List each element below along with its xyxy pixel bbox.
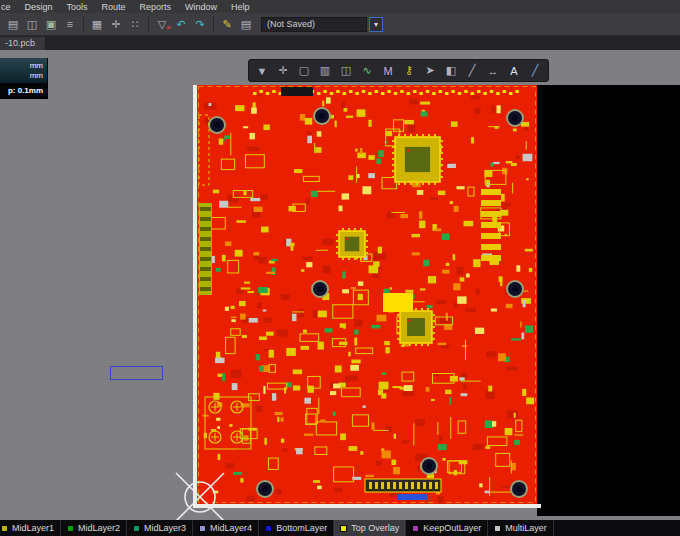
text-icon[interactable]: A <box>504 61 524 80</box>
layer-tab-label: KeepOutLayer <box>423 523 481 533</box>
layers-icon[interactable]: ▤ <box>4 15 22 33</box>
document-tab-bar: -10.pcb <box>0 36 680 50</box>
hud-coordinates: mm mm <box>0 58 47 83</box>
layer-color-swatch <box>494 525 501 532</box>
layer-color-swatch <box>199 525 206 532</box>
board-edge-bottom <box>193 504 541 508</box>
layer-tab-keepoutlayer[interactable]: KeepOutLayer <box>406 520 488 536</box>
grid-icon[interactable]: ▦ <box>88 15 106 33</box>
redo-icon[interactable]: ↷ <box>191 15 209 33</box>
clipboard-icon[interactable]: ◫ <box>336 61 356 80</box>
layer-tab-bottomlayer[interactable]: BottomLayer <box>259 520 334 536</box>
menu-item-reports[interactable]: Reports <box>133 0 179 13</box>
align-icon[interactable]: ✛ <box>107 15 125 33</box>
toolbar-separator <box>83 17 84 31</box>
status-bar: MidLayer1MidLayer2MidLayer3MidLayer4Bott… <box>0 520 680 536</box>
toolbar-icons: ▤◫▣≡▦✛∷▽×↶↷✎▤ <box>4 15 255 33</box>
measure-icon[interactable]: M <box>378 61 398 80</box>
layer-tab-label: MultiLayer <box>505 523 547 533</box>
hud-snap-grid: p: 0.1mm <box>0 83 47 98</box>
menu-item-design[interactable]: Design <box>18 0 60 13</box>
workspace-black-region <box>537 85 680 516</box>
layer-tab-label: Top Overlay <box>351 523 399 533</box>
draw-line-icon[interactable]: ╱ <box>525 61 545 80</box>
interactive-routing-icon[interactable]: ✎ <box>218 15 236 33</box>
cursor-icon[interactable]: ➤ <box>420 61 440 80</box>
layer-color-swatch <box>412 525 419 532</box>
menu-item-route[interactable]: Route <box>95 0 133 13</box>
menu-item-help[interactable]: Help <box>224 0 257 13</box>
menu-bar: ceDesignToolsRouteReportsWindowHelp <box>0 0 680 13</box>
layer-color-swatch <box>133 525 140 532</box>
crosshair-cursor <box>172 469 228 520</box>
tab-pcb-document[interactable]: -10.pcb <box>0 37 46 50</box>
board-regions-icon[interactable]: ▥ <box>315 61 335 80</box>
menu-item-ce[interactable]: ce <box>0 0 18 13</box>
menu-item-window[interactable]: Window <box>178 0 224 13</box>
hud-y-units: mm <box>4 71 43 81</box>
layer-tab-label: BottomLayer <box>276 523 327 533</box>
layer-tab-label: MidLayer1 <box>12 523 54 533</box>
line-icon[interactable]: ╱ <box>462 61 482 80</box>
main-toolbar: ▤◫▣≡▦✛∷▽×↶↷✎▤ (Not Saved) ▾ <box>0 13 680 36</box>
combo-dropdown-button[interactable]: ▾ <box>369 17 383 32</box>
hud-x-units: mm <box>4 61 43 71</box>
pcb-canvas[interactable]: mm mm p: 0.1mm ▼✛▢▥◫∿M⚷➤◧╱↔A╱ <box>0 50 680 520</box>
layer-tab-label: MidLayer4 <box>210 523 252 533</box>
snippet-icon[interactable]: ≡ <box>61 15 79 33</box>
toolbar-separator <box>148 17 149 31</box>
selection-rectangle <box>110 366 163 380</box>
select-area-icon[interactable]: ▢ <box>294 61 314 80</box>
heads-up-display: mm mm p: 0.1mm <box>0 58 48 99</box>
floating-toolbar: ▼✛▢▥◫∿M⚷➤◧╱↔A╱ <box>248 59 549 82</box>
layer-tab-midlayer4[interactable]: MidLayer4 <box>193 520 259 536</box>
layer-tab-midlayer3[interactable]: MidLayer3 <box>127 520 193 536</box>
layer-color-swatch <box>67 525 74 532</box>
move-icon[interactable]: ✛ <box>273 61 293 80</box>
layer-tab-midlayer1[interactable]: MidLayer1 <box>0 520 61 536</box>
layer-tab-midlayer2[interactable]: MidLayer2 <box>61 520 127 536</box>
key-icon[interactable]: ⚷ <box>399 61 419 80</box>
pcb-board[interactable] <box>197 85 537 504</box>
toolbar-separator <box>213 17 214 31</box>
layer-tab-top-overlay[interactable]: Top Overlay <box>334 520 406 536</box>
clear-filter-icon-overlay: × <box>166 24 171 32</box>
undo-icon[interactable]: ↶ <box>172 15 190 33</box>
layer-tab-label: MidLayer2 <box>78 523 120 533</box>
menu-item-tools[interactable]: Tools <box>60 0 95 13</box>
clear-filter-icon[interactable]: ▽× <box>153 15 171 33</box>
layer-tab-multilayer[interactable]: MultiLayer <box>488 520 554 536</box>
copy-icon[interactable]: ▣ <box>42 15 60 33</box>
paste-icon[interactable]: ◫ <box>23 15 41 33</box>
layer-tabs: MidLayer1MidLayer2MidLayer3MidLayer4Bott… <box>0 520 554 536</box>
layer-tab-label: MidLayer3 <box>144 523 186 533</box>
dots-icon[interactable]: ∷ <box>126 15 144 33</box>
layer-color-swatch <box>1 525 8 532</box>
layer-color-swatch <box>265 525 272 532</box>
route-icon[interactable]: ∿ <box>357 61 377 80</box>
dimension-icon[interactable]: ↔ <box>483 61 503 80</box>
filter-icon[interactable]: ▼ <box>252 61 272 80</box>
board-icon[interactable]: ▤ <box>237 15 255 33</box>
saved-selections-combo[interactable]: (Not Saved) <box>261 17 367 32</box>
union-icon[interactable]: ◧ <box>441 61 461 80</box>
layer-color-swatch <box>340 525 347 532</box>
